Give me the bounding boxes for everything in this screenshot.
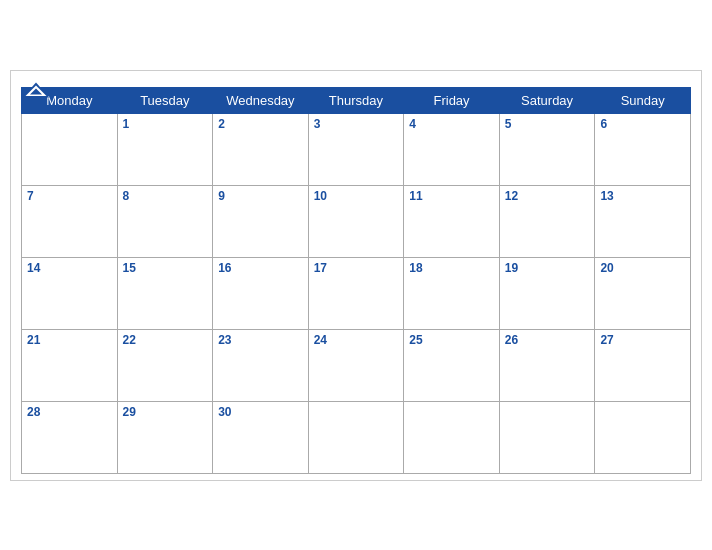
day-number: 19 <box>505 261 590 275</box>
day-number: 23 <box>218 333 303 347</box>
day-number: 21 <box>27 333 112 347</box>
calendar-day-cell: 9 <box>213 185 309 257</box>
day-number: 6 <box>600 117 685 131</box>
day-number: 22 <box>123 333 208 347</box>
day-number: 8 <box>123 189 208 203</box>
calendar-day-cell: 30 <box>213 401 309 473</box>
calendar-day-cell: 14 <box>22 257 118 329</box>
calendar-day-cell: 18 <box>404 257 500 329</box>
day-number: 30 <box>218 405 303 419</box>
calendar-day-cell <box>595 401 691 473</box>
calendar-week-row: 123456 <box>22 113 691 185</box>
day-number: 27 <box>600 333 685 347</box>
calendar-day-cell: 10 <box>308 185 404 257</box>
day-number: 1 <box>123 117 208 131</box>
day-number: 11 <box>409 189 494 203</box>
weekday-header: Wednesday <box>213 87 309 113</box>
weekday-header: Sunday <box>595 87 691 113</box>
logo-icon <box>21 81 51 99</box>
day-number: 25 <box>409 333 494 347</box>
calendar-day-cell: 11 <box>404 185 500 257</box>
day-number: 4 <box>409 117 494 131</box>
calendar-day-cell: 28 <box>22 401 118 473</box>
calendar-day-cell <box>499 401 595 473</box>
weekday-header: Thursday <box>308 87 404 113</box>
calendar-week-row: 21222324252627 <box>22 329 691 401</box>
day-number: 18 <box>409 261 494 275</box>
calendar-day-cell: 12 <box>499 185 595 257</box>
day-number: 16 <box>218 261 303 275</box>
day-number: 17 <box>314 261 399 275</box>
day-number: 10 <box>314 189 399 203</box>
calendar-day-cell: 21 <box>22 329 118 401</box>
logo <box>21 81 51 100</box>
calendar-day-cell: 3 <box>308 113 404 185</box>
calendar-day-cell: 17 <box>308 257 404 329</box>
calendar-table: MondayTuesdayWednesdayThursdayFridaySatu… <box>21 87 691 474</box>
day-number: 20 <box>600 261 685 275</box>
day-number: 15 <box>123 261 208 275</box>
calendar-day-cell: 19 <box>499 257 595 329</box>
day-number: 26 <box>505 333 590 347</box>
calendar: MondayTuesdayWednesdayThursdayFridaySatu… <box>10 70 702 481</box>
calendar-week-row: 14151617181920 <box>22 257 691 329</box>
calendar-day-cell: 27 <box>595 329 691 401</box>
day-number: 29 <box>123 405 208 419</box>
day-number: 13 <box>600 189 685 203</box>
day-number: 12 <box>505 189 590 203</box>
calendar-day-cell: 22 <box>117 329 213 401</box>
calendar-day-cell: 7 <box>22 185 118 257</box>
calendar-day-cell: 26 <box>499 329 595 401</box>
weekday-header: Saturday <box>499 87 595 113</box>
day-number: 7 <box>27 189 112 203</box>
calendar-day-cell: 5 <box>499 113 595 185</box>
weekday-header: Friday <box>404 87 500 113</box>
calendar-day-cell <box>308 401 404 473</box>
calendar-day-cell: 23 <box>213 329 309 401</box>
calendar-day-cell: 29 <box>117 401 213 473</box>
calendar-day-cell: 2 <box>213 113 309 185</box>
calendar-day-cell <box>22 113 118 185</box>
calendar-day-cell: 15 <box>117 257 213 329</box>
calendar-day-cell: 24 <box>308 329 404 401</box>
day-number: 5 <box>505 117 590 131</box>
day-number: 24 <box>314 333 399 347</box>
weekday-header-row: MondayTuesdayWednesdayThursdayFridaySatu… <box>22 87 691 113</box>
calendar-day-cell: 16 <box>213 257 309 329</box>
day-number: 2 <box>218 117 303 131</box>
calendar-day-cell: 25 <box>404 329 500 401</box>
day-number: 9 <box>218 189 303 203</box>
calendar-day-cell: 20 <box>595 257 691 329</box>
calendar-day-cell: 1 <box>117 113 213 185</box>
calendar-week-row: 282930 <box>22 401 691 473</box>
calendar-week-row: 78910111213 <box>22 185 691 257</box>
calendar-day-cell: 4 <box>404 113 500 185</box>
day-number: 28 <box>27 405 112 419</box>
calendar-day-cell: 6 <box>595 113 691 185</box>
calendar-day-cell <box>404 401 500 473</box>
day-number: 3 <box>314 117 399 131</box>
day-number: 14 <box>27 261 112 275</box>
calendar-day-cell: 13 <box>595 185 691 257</box>
weekday-header: Tuesday <box>117 87 213 113</box>
calendar-day-cell: 8 <box>117 185 213 257</box>
